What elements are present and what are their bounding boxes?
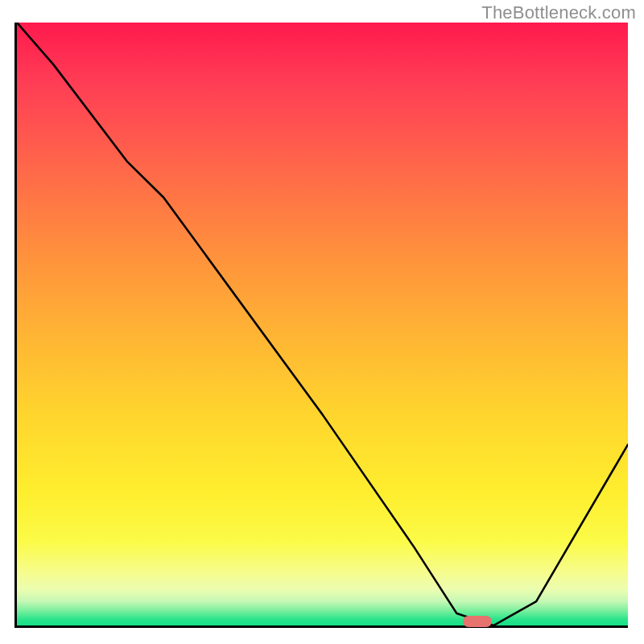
bottleneck-curve-line	[17, 23, 628, 625]
chart-plot-area	[14, 23, 628, 628]
watermark-text: TheBottleneck.com	[481, 2, 636, 23]
optimal-point-marker	[463, 616, 492, 627]
